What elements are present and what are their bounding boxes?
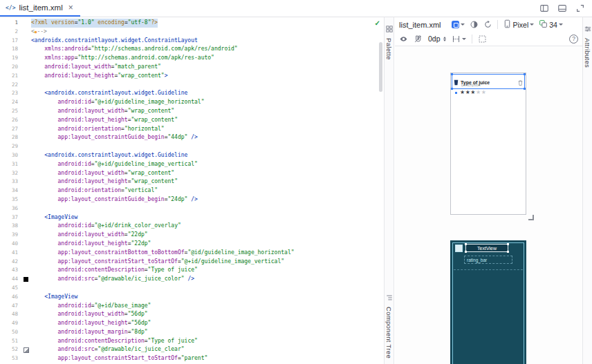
device-selector[interactable]: Pixel bbox=[503, 19, 535, 31]
code-line[interactable]: 42 app:layout_constraintStart_toStartOf=… bbox=[0, 258, 377, 267]
code-line[interactable]: 45 bbox=[0, 284, 377, 293]
line-number[interactable]: 21 bbox=[0, 72, 21, 81]
line-number[interactable]: 44 bbox=[0, 275, 21, 284]
code-text[interactable]: app:layout_constraintStart_toStartOf="@+… bbox=[31, 258, 284, 267]
layout-preview[interactable]: Type of juice Description ★★★★★ bbox=[450, 73, 526, 215]
code-text[interactable]: android:layout_margin="8dp" bbox=[31, 328, 148, 337]
line-number[interactable]: 38 bbox=[0, 222, 21, 231]
line-number[interactable]: 42 bbox=[0, 258, 21, 267]
code-text[interactable]: android:layout_width="22dp" bbox=[31, 231, 148, 240]
line-number[interactable]: 46 bbox=[0, 293, 21, 302]
line-number[interactable]: 51 bbox=[0, 337, 21, 346]
code-text[interactable]: <androidx.constraintlayout.widget.Guidel… bbox=[31, 89, 187, 98]
code-text[interactable]: app:layout_constraintGuide_begin="24dp" … bbox=[31, 195, 198, 204]
code-line[interactable]: 30 <androidx.constraintlayout.widget.Gui… bbox=[0, 151, 377, 160]
code-line[interactable]: 36 bbox=[0, 204, 377, 213]
rating-bar[interactable]: ★★★★★ bbox=[460, 89, 486, 95]
code-line[interactable]: 22 bbox=[0, 81, 377, 90]
code-line[interactable]: 23 <androidx.constraintlayout.widget.Gui… bbox=[0, 89, 377, 98]
code-line[interactable]: 32 android:layout_width="wrap_content" bbox=[0, 169, 377, 178]
code-text[interactable]: android:layout_width="wrap_content" bbox=[31, 169, 174, 178]
preview-subtitle[interactable]: Description bbox=[461, 83, 481, 87]
palette-tool-button[interactable]: Palette bbox=[385, 23, 394, 60]
code-line[interactable]: 21 android:layout_height="wrap_content"> bbox=[0, 72, 377, 81]
line-number[interactable]: 35 bbox=[0, 195, 21, 204]
selection-handle[interactable] bbox=[524, 73, 526, 75]
layout-stack-icon[interactable] bbox=[557, 3, 567, 13]
line-number[interactable]: 52 bbox=[0, 345, 21, 354]
constraint-defaults-button[interactable] bbox=[452, 35, 466, 44]
code-text[interactable]: <androidx.constraintlayout.widget.Constr… bbox=[31, 37, 198, 46]
code-text[interactable]: android:layout_width="match_parent" bbox=[31, 63, 161, 72]
code-line[interactable]: 24 android:id="@+id/guideline_image_hori… bbox=[0, 98, 377, 107]
inspection-check-icon[interactable]: ✓ bbox=[375, 19, 380, 27]
selection-handle[interactable] bbox=[507, 243, 509, 245]
line-number[interactable]: 18 bbox=[0, 45, 21, 54]
code-line[interactable]: 52 android:src="@drawable/ic_juice_clear… bbox=[0, 345, 377, 354]
blueprint-textview[interactable]: TextView bbox=[465, 244, 508, 252]
line-number[interactable]: 48 bbox=[0, 310, 21, 319]
line-number[interactable]: 41 bbox=[0, 249, 21, 258]
line-number[interactable]: 47 bbox=[0, 302, 21, 311]
code-text[interactable]: <●--> bbox=[31, 28, 47, 37]
code-line[interactable]: 1<?xml version="1.0" encoding="utf-8"?> bbox=[0, 19, 377, 28]
code-line[interactable]: 20 android:layout_width="match_parent" bbox=[0, 63, 377, 72]
line-number[interactable]: 29 bbox=[0, 142, 21, 151]
code-line[interactable]: 51 android:contentDescription="Type of j… bbox=[0, 337, 377, 346]
code-text[interactable]: android:orientation="vertical" bbox=[31, 186, 158, 195]
line-number[interactable]: 23 bbox=[0, 89, 21, 98]
code-line[interactable]: 41 app:layout_constraintBottom_toBottomO… bbox=[0, 249, 377, 258]
code-line[interactable]: 27 android:orientation="horizontal" bbox=[0, 125, 377, 134]
line-number[interactable]: 43 bbox=[0, 266, 21, 275]
code-text[interactable]: android:layout_height="56dp" bbox=[31, 319, 151, 328]
line-number[interactable]: 26 bbox=[0, 116, 21, 125]
code-line[interactable]: 46 <ImageView bbox=[0, 293, 377, 302]
preview-resize-handle[interactable] bbox=[528, 215, 534, 220]
line-number[interactable]: 25 bbox=[0, 107, 21, 116]
delete-icon[interactable] bbox=[518, 76, 523, 88]
code-text[interactable]: <?xml version="1.0" encoding="utf-8"?> bbox=[31, 19, 158, 28]
line-number[interactable]: 36 bbox=[0, 204, 21, 213]
code-text[interactable]: android:id="@+id/drink_color_overlay" bbox=[31, 222, 181, 231]
code-line[interactable]: 31 android:id="@+id/guideline_image_vert… bbox=[0, 160, 377, 169]
code-line[interactable]: 48 android:layout_width="56dp" bbox=[0, 310, 377, 319]
code-line[interactable]: 17<androidx.constraintlayout.widget.Cons… bbox=[0, 37, 377, 46]
code-text[interactable]: <ImageView bbox=[31, 213, 77, 222]
tab-close-icon[interactable]: × bbox=[68, 3, 73, 12]
code-line[interactable]: 2<●--> bbox=[0, 28, 377, 37]
line-number[interactable]: 53 bbox=[0, 354, 21, 363]
code-line[interactable]: 35 app:layout_constraintGuide_begin="24d… bbox=[0, 195, 377, 204]
blueprint-image-placeholder[interactable] bbox=[455, 245, 463, 252]
code-text[interactable]: android:src="@drawable/ic_juice_color" /… bbox=[31, 275, 194, 284]
code-text[interactable]: <androidx.constraintlayout.widget.Guidel… bbox=[31, 151, 187, 160]
code-text[interactable]: android:id="@+id/guideline_image_vertica… bbox=[31, 160, 198, 169]
code-line[interactable]: 25 android:layout_width="wrap_content" bbox=[0, 107, 377, 116]
maximize-icon[interactable] bbox=[575, 3, 585, 13]
line-number[interactable]: 31 bbox=[0, 160, 21, 169]
code-text[interactable]: android:src="@drawable/ic_juice_clear" bbox=[31, 345, 185, 354]
line-number[interactable]: 20 bbox=[0, 63, 21, 72]
code-line[interactable]: 28 app:layout_constraintGuide_begin="44d… bbox=[0, 133, 377, 142]
design-surface[interactable]: Type of juice Description ★★★★★ TextView bbox=[395, 46, 582, 364]
code-text[interactable]: android:id="@+id/base_image" bbox=[31, 302, 151, 311]
line-number[interactable]: 34 bbox=[0, 186, 21, 195]
line-number[interactable]: 24 bbox=[0, 98, 21, 107]
code-line[interactable]: 40 android:layout_height="22dp" bbox=[0, 240, 377, 249]
line-number[interactable]: 39 bbox=[0, 231, 21, 240]
code-line[interactable]: 38 android:id="@+id/drink_color_overlay" bbox=[0, 222, 377, 231]
swatch-gutter-icon[interactable] bbox=[24, 277, 28, 282]
line-number[interactable]: 22 bbox=[0, 81, 21, 90]
attributes-tool-button[interactable]: Attributes bbox=[583, 23, 592, 68]
code-line[interactable]: 37 <ImageView bbox=[0, 213, 377, 222]
code-text[interactable]: app:layout_constraintStart_toStartOf="pa… bbox=[31, 354, 207, 363]
default-margin-selector[interactable]: 0dp bbox=[428, 35, 446, 43]
code-line[interactable]: 50 android:layout_margin="8dp" bbox=[0, 328, 377, 337]
line-number[interactable]: 37 bbox=[0, 213, 21, 222]
selection-handle[interactable] bbox=[465, 243, 467, 245]
code-line[interactable]: 47 android:id="@+id/base_image" bbox=[0, 302, 377, 311]
code-text[interactable]: xmlns:app="http://schemas.android.com/ap… bbox=[31, 54, 214, 63]
layout-columns-icon[interactable] bbox=[539, 3, 549, 13]
code-text[interactable]: android:layout_height="wrap_content" bbox=[31, 178, 178, 186]
code-line[interactable]: 44 android:src="@drawable/ic_juice_color… bbox=[0, 275, 377, 284]
code-text[interactable]: android:layout_height="22dp" bbox=[31, 240, 151, 249]
